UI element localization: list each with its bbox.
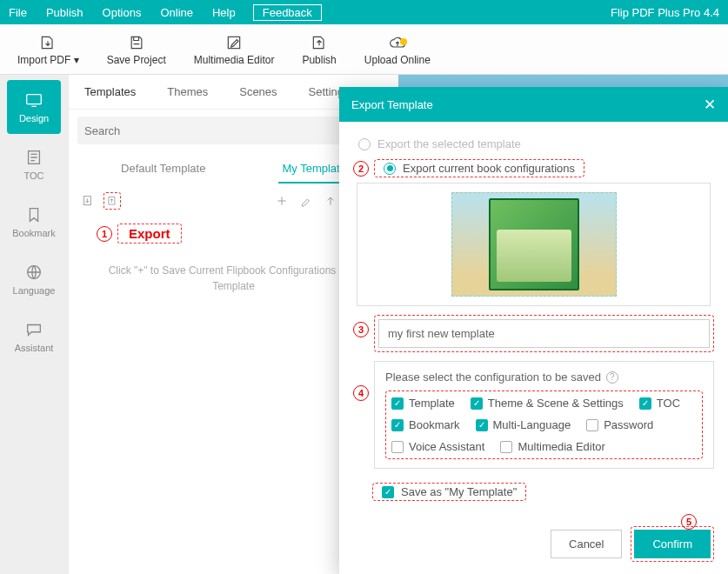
search-input[interactable] <box>84 124 367 137</box>
menu-online[interactable]: Online <box>160 6 193 19</box>
help-icon[interactable]: ? <box>606 371 618 384</box>
chk-password[interactable]: Password <box>586 418 653 431</box>
edit-icon <box>225 33 243 52</box>
export-template-dialog: Export Template ✕ Export the selected te… <box>339 87 728 574</box>
radio-icon <box>358 138 371 150</box>
dialog-header: Export Template ✕ <box>339 87 728 122</box>
annotation-number-1: 1 <box>97 226 112 242</box>
publish-button[interactable]: Publish <box>288 30 350 70</box>
export-template-icon[interactable] <box>104 192 121 210</box>
chk-template[interactable]: ✓Template <box>391 397 455 410</box>
dialog-footer: 5 Cancel Confirm <box>339 514 728 574</box>
move-up-icon[interactable] <box>322 192 339 210</box>
cloud-upload-icon <box>389 33 406 52</box>
nav-bookmark-label: Bookmark <box>12 228 56 238</box>
nav-design-label: Design <box>19 113 49 123</box>
tab-themes[interactable]: Themes <box>151 75 224 110</box>
chk-voice[interactable]: Voice Assistant <box>391 440 484 453</box>
left-nav: Design TOC Bookmark Language Assistant <box>0 75 68 574</box>
title-bar: File Publish Options Online Help Feedbac… <box>0 0 728 24</box>
add-icon[interactable] <box>273 192 291 210</box>
subtab-default[interactable]: Default Template <box>117 155 209 184</box>
radio-export-current[interactable] <box>384 163 396 175</box>
upload-online-button[interactable]: Upload Online <box>351 30 444 70</box>
import-pdf-button[interactable]: Import PDF ▾ <box>3 30 93 70</box>
annotation-number-2: 2 <box>353 161 369 177</box>
close-icon[interactable]: ✕ <box>704 96 716 114</box>
chk-mm[interactable]: Multimedia Editor <box>500 440 604 453</box>
nav-toc[interactable]: TOC <box>7 137 61 191</box>
nav-assistant[interactable]: Assistant <box>7 310 61 364</box>
edit-template-icon[interactable] <box>297 192 315 210</box>
mm-label: Multimedia Editor <box>194 54 275 66</box>
nav-design[interactable]: Design <box>7 80 61 134</box>
template-preview <box>357 183 711 306</box>
upload-label: Upload Online <box>364 54 431 66</box>
nav-language-label: Language <box>13 285 56 296</box>
preview-thumbnail <box>451 192 617 297</box>
cancel-button[interactable]: Cancel <box>551 530 622 558</box>
menu-file[interactable]: File <box>9 6 27 19</box>
chk-toc[interactable]: ✓TOC <box>639 397 680 410</box>
save-project-button[interactable]: Save Project <box>93 30 180 70</box>
import-icon <box>39 33 57 52</box>
annotation-export-label: Export <box>117 224 182 244</box>
publish-icon <box>311 33 328 52</box>
app-brand: Flip PDF Plus Pro 4.4 <box>611 6 719 19</box>
config-title: Please select the configuration to be sa… <box>385 370 703 384</box>
multimedia-editor-button[interactable]: Multimedia Editor <box>180 30 289 70</box>
main-menu: File Publish Options Online Help <box>9 6 236 19</box>
dialog-title: Export Template <box>351 98 433 111</box>
chk-saveas-mytemplate[interactable]: ✓ <box>382 486 394 498</box>
saveas-label: Save as "My Template" <box>401 485 517 498</box>
annotation-number-5: 5 <box>681 514 697 530</box>
radio-export-selected: Export the selected template <box>358 134 714 154</box>
import-label: Import PDF ▾ <box>17 54 79 66</box>
publish-label: Publish <box>302 54 336 66</box>
save-icon <box>128 33 145 52</box>
radio-current-label: Export current book configurations <box>403 162 575 175</box>
nav-assistant-label: Assistant <box>15 343 54 353</box>
tab-templates[interactable]: Templates <box>69 75 151 110</box>
chk-theme[interactable]: ✓Theme & Scene & Settings <box>471 397 624 410</box>
annotation-number-3: 3 <box>353 322 369 337</box>
chk-multilang[interactable]: ✓Multi-Language <box>476 418 571 431</box>
chk-bookmark[interactable]: ✓Bookmark <box>391 418 460 431</box>
menu-publish[interactable]: Publish <box>46 6 83 19</box>
menu-help[interactable]: Help <box>212 6 236 19</box>
nav-language[interactable]: Language <box>7 252 61 306</box>
template-name-input[interactable] <box>378 319 710 348</box>
feedback-button[interactable]: Feedback <box>253 4 322 21</box>
save-label: Save Project <box>107 54 166 66</box>
toolbar: Import PDF ▾ Save Project Multimedia Edi… <box>0 24 728 75</box>
nav-bookmark[interactable]: Bookmark <box>7 195 61 249</box>
import-template-icon[interactable] <box>79 192 97 210</box>
annotation-number-4: 4 <box>353 385 369 401</box>
svg-rect-1 <box>27 95 42 104</box>
tab-scenes[interactable]: Scenes <box>224 75 292 110</box>
radio-label: Export the selected template <box>377 137 521 150</box>
confirm-button[interactable]: Confirm <box>634 530 711 558</box>
menu-options[interactable]: Options <box>103 6 142 19</box>
nav-toc-label: TOC <box>23 170 43 181</box>
notification-dot <box>400 38 407 45</box>
